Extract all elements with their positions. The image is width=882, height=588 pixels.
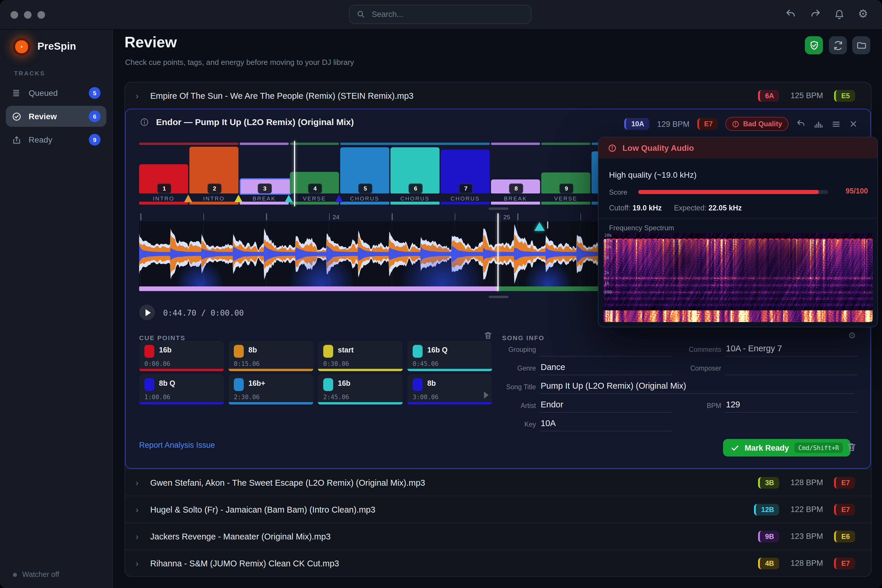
energy-badge: E7: [834, 504, 855, 515]
bell-icon[interactable]: [834, 9, 845, 21]
segment-label: INTRO: [139, 195, 188, 202]
field-input-song-title[interactable]: Pump It Up (L2O Remix) (Original Mix): [540, 380, 854, 394]
phrase-marker-triangle[interactable]: [285, 195, 293, 202]
redo-icon[interactable]: [810, 9, 821, 21]
track-title: Rihanna - S&M (JUMO Remix) Clean CK Cut.…: [150, 558, 339, 568]
segment-number: 2: [207, 183, 222, 194]
chevron-right-icon[interactable]: ›: [136, 558, 144, 568]
timeline-tick: [203, 213, 204, 220]
bpm-value: 122 BPM: [788, 505, 826, 514]
clear-cues-trash-icon[interactable]: [483, 331, 493, 340]
traffic-light-minimize[interactable]: [24, 11, 32, 19]
check-circle-icon: [12, 111, 22, 121]
cue-points-grid: 16b 0:00.06 8b 0:15.06 start 0:30.06 16b…: [139, 341, 495, 405]
report-analysis-link[interactable]: Report Analysis Issue: [139, 441, 215, 450]
field-input-composer[interactable]: [725, 361, 858, 375]
chevron-right-icon[interactable]: ›: [136, 477, 144, 488]
search-box[interactable]: [349, 4, 531, 24]
cue-point-card[interactable]: 16b 2:45.06: [318, 374, 403, 405]
track-row[interactable]: › Empire Of The Sun - We Are The People …: [125, 82, 871, 109]
menu-icon[interactable]: [831, 119, 841, 129]
bpm-value: 123 BPM: [788, 532, 826, 541]
mark-ready-button[interactable]: Mark Ready Cmd/Shift+R: [723, 439, 851, 456]
field-label: Key: [502, 417, 536, 436]
field-input-grouping[interactable]: [540, 342, 672, 357]
cue-color-swatch: [412, 345, 423, 358]
close-icon[interactable]: [849, 119, 859, 129]
zoom-handle-top[interactable]: [489, 207, 508, 210]
cue-point-card[interactable]: 16b+ 2:30.06: [228, 374, 313, 405]
cue-play-arrow-icon[interactable]: [484, 392, 489, 399]
song-info-gear-icon[interactable]: ⚙: [848, 330, 856, 341]
analysis-bars-icon[interactable]: [814, 119, 824, 129]
settings-gear-icon[interactable]: ⚙: [858, 7, 870, 19]
play-button[interactable]: [139, 304, 155, 320]
phrase-marker-triangle[interactable]: [234, 195, 243, 202]
zoom-handle-bottom[interactable]: [489, 296, 508, 298]
cue-label: 8b Q: [159, 380, 176, 387]
phrase-marker-triangle[interactable]: [335, 195, 343, 202]
verify-all-button[interactable]: [805, 36, 823, 54]
search-icon: [357, 10, 365, 19]
track-row[interactable]: › Gwen Stefani, Akon - The Sweet Escape …: [125, 469, 871, 496]
page-title: Review: [124, 33, 177, 51]
sync-button[interactable]: [829, 36, 847, 54]
sidebar: PreSpin TRACKS Queued 5 Review 6 Ready 9…: [0, 30, 113, 588]
cue-point-card[interactable]: 16b 0:00.06: [139, 341, 224, 371]
segment-bottom-strip: [189, 202, 238, 205]
bar-number-label: 25: [503, 213, 510, 220]
track-row[interactable]: › Hugel & Solto (Fr) - Jamaican (Bam Bam…: [125, 496, 871, 522]
playhead[interactable]: [497, 213, 499, 291]
revert-icon[interactable]: [796, 119, 806, 129]
track-row[interactable]: › Jackers Revenge - Maneater (Original M…: [125, 522, 871, 549]
undo-icon[interactable]: [785, 9, 796, 21]
sidebar-nav: Queued 5 Review 6 Ready 9: [6, 82, 106, 150]
segment-type-strip: [491, 142, 540, 145]
timeline-tick: [392, 213, 393, 220]
phrase-marker-triangle[interactable]: [184, 195, 192, 202]
bad-quality-badge[interactable]: Bad Quality: [726, 117, 789, 131]
cue-point-card[interactable]: 8b Q 1:00.06: [139, 374, 224, 405]
sidebar-item-queued[interactable]: Queued 5: [6, 82, 106, 104]
bpm-value: 129 BPM: [657, 120, 689, 128]
track-title: Jackers Revenge - Maneater (Original Mix…: [150, 532, 330, 541]
track-row[interactable]: › Rihanna - S&M (JUMO Remix) Clean CK Cu…: [125, 549, 871, 576]
cue-marker-triangle[interactable]: [534, 222, 545, 231]
field-input-genre[interactable]: Dance: [540, 361, 672, 375]
cue-point-card[interactable]: 8b 3:00.06: [407, 374, 492, 405]
field-input-bpm[interactable]: 129: [725, 399, 858, 412]
field-input-artist[interactable]: Endor: [540, 399, 672, 412]
energy-segment-chart[interactable]: 1INTRO2INTRO3BREAK4VERSE5CHORUS6CHORUS7C…: [139, 142, 643, 205]
delete-track-trash-icon[interactable]: [846, 442, 857, 452]
segment-type-strip: [139, 142, 238, 145]
traffic-light-zoom[interactable]: [38, 11, 45, 19]
sidebar-item-ready[interactable]: Ready 9: [6, 129, 106, 150]
segment-bottom-strip: [290, 202, 339, 205]
cue-point-card[interactable]: 8b 0:15.06: [228, 341, 313, 371]
cue-color-bar: [407, 369, 492, 371]
segment-label: CHORUS: [390, 195, 440, 202]
chevron-right-icon[interactable]: ›: [136, 91, 144, 100]
shortcut-hint: Cmd/Shift+R: [794, 442, 843, 453]
chevron-right-icon[interactable]: ›: [136, 531, 144, 541]
search-input[interactable]: [370, 9, 524, 19]
traffic-light-close[interactable]: [10, 11, 18, 19]
field-label: Comments: [677, 342, 721, 361]
track-title: Gwen Stefani, Akon - The Sweet Escape (L…: [150, 478, 425, 487]
cue-point-card[interactable]: start 0:30.06: [318, 341, 403, 371]
sidebar-item-review[interactable]: Review 6: [6, 106, 106, 127]
timeline-tick: [140, 213, 141, 220]
cue-point-card[interactable]: 16b Q 0:45.06: [407, 341, 492, 371]
expected-label: Expected:: [674, 204, 706, 212]
progress-played: [139, 286, 498, 291]
chevron-right-icon[interactable]: ›: [136, 504, 144, 514]
bpm-value: 125 BPM: [788, 91, 826, 100]
field-input-key[interactable]: 10A: [540, 417, 672, 431]
segment-number: 7: [459, 183, 473, 194]
cue-label: 16b: [159, 346, 171, 354]
sidebar-item-label: Queued: [28, 88, 58, 98]
track-info-icon[interactable]: [140, 117, 149, 126]
open-folder-button[interactable]: [852, 36, 870, 54]
field-input-comments[interactable]: 10A - Energy 7: [725, 342, 858, 357]
beat-tick: [547, 222, 548, 228]
